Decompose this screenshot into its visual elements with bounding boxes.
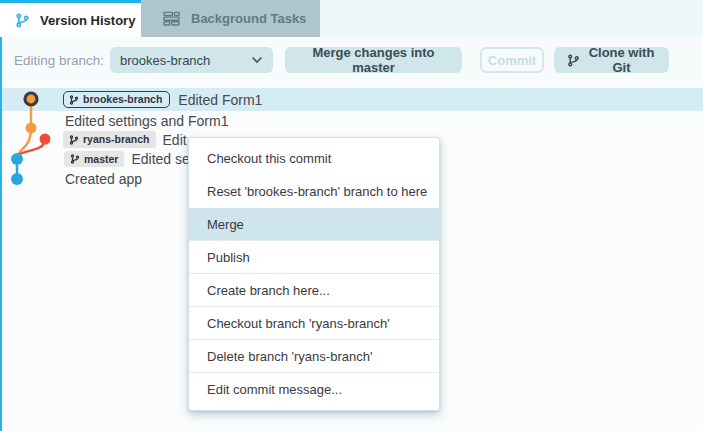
commit-button[interactable]: Commit [480,47,544,73]
commit-row[interactable]: brookes-branch Edited Form1 [63,88,262,111]
menu-item-checkout-branch[interactable]: Checkout branch 'ryans-branch' [189,307,439,340]
branch-badge-label: master [84,154,118,165]
chevron-down-icon [251,56,263,64]
clone-with-git-button[interactable]: Clone with Git [554,47,669,73]
toolbar: Editing branch: brookes-branch Merge cha… [0,37,703,85]
tab-bar: Version History Background Tasks [0,0,703,37]
tab-version-history-label: Version History [40,13,135,28]
branch-badge-ryans: ryans-branch [63,131,156,148]
menu-item-merge[interactable]: Merge [189,208,439,241]
commit-message: Edit [163,132,187,148]
commit-node[interactable] [26,123,37,134]
commit-node[interactable] [40,134,51,145]
tab-background-tasks[interactable]: Background Tasks [141,0,320,37]
branch-badge-master: master [64,151,124,168]
branch-badge-brookes: brookes-branch [63,91,170,109]
git-branch-icon [15,13,30,28]
branch-badge-label: ryans-branch [83,134,150,145]
merge-changes-button[interactable]: Merge changes into master [285,47,462,73]
menu-item-delete-branch[interactable]: Delete branch 'ryans-branch' [189,340,439,373]
menu-item-publish[interactable]: Publish [189,241,439,274]
tasks-stack-icon [163,11,180,26]
git-branch-icon [567,54,580,67]
menu-item-edit-commit-message[interactable]: Edit commit message... [189,373,439,406]
version-history-panel: Version History Background Tasks Editing… [0,0,703,431]
commit-message: Created app [65,171,142,187]
commit-message: Edited Form1 [178,92,262,108]
commit-message: Edited settings and Form1 [65,113,228,129]
tab-background-tasks-label: Background Tasks [191,11,306,26]
menu-item-create-branch[interactable]: Create branch here... [189,274,439,307]
commit-node[interactable] [11,173,23,185]
clone-with-git-label: Clone with Git [587,45,656,75]
menu-item-reset-branch[interactable]: Reset 'brookes-branch' branch to here [189,175,439,208]
editing-branch-label: Editing branch: [14,53,104,68]
commit-row[interactable]: Created app [65,169,142,189]
menu-item-checkout-commit[interactable]: Checkout this commit [189,142,439,175]
commit-row[interactable]: master Edited se [64,149,190,169]
commit-node[interactable] [11,153,23,165]
commit-row[interactable]: Edited settings and Form1 [65,111,228,131]
commit-message: Edited se [131,151,189,167]
commit-row[interactable]: ryans-branch Edit [63,130,187,149]
branch-select-value: brookes-branch [120,53,251,68]
commit-context-menu: Checkout this commit Reset 'brookes-bran… [188,137,440,411]
branch-select[interactable]: brookes-branch [110,47,273,73]
branch-badge-label: brookes-branch [83,94,162,105]
tab-version-history[interactable]: Version History [0,0,141,37]
